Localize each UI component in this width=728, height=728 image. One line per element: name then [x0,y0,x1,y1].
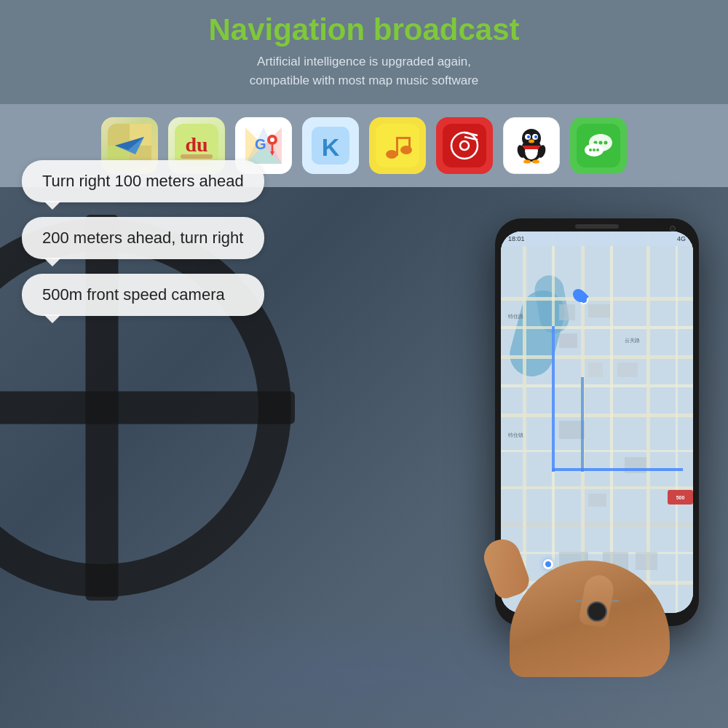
app-music-icon[interactable] [369,117,426,174]
svg-point-53 [589,149,592,151]
app-kuwo-icon[interactable]: K [302,117,359,174]
svg-point-36 [522,129,541,148]
phone-signal: 4G [677,235,686,242]
svg-point-39 [527,135,530,138]
phone-screen: 18:01 4G [501,232,693,613]
svg-point-50 [599,141,603,145]
phone-time: 18:01 [508,235,525,242]
nav-bubble-1: Turn right 100 meters ahead [22,160,264,202]
svg-text:G: G [255,136,266,152]
svg-point-40 [534,135,537,138]
svg-point-46 [532,160,539,164]
svg-text:K: K [322,133,340,161]
svg-rect-26 [396,137,408,139]
page-subtitle: Artificial intelligence is upgraded agai… [15,52,713,90]
nav-bubble-2: 200 meters ahead, turn right [22,217,264,259]
phone-map: 500m 500 特住路 云关路 特住镇 [501,232,693,613]
subtitle-line2: compatible with most map music software [250,74,479,87]
page-title: Navigation broadcast [15,13,713,47]
svg-text:du: du [185,133,207,156]
svg-point-55 [596,149,599,151]
svg-rect-28 [443,124,486,167]
svg-point-51 [604,141,608,145]
svg-point-16 [270,138,274,142]
subtitle-line1: Artificial intelligence is upgraded agai… [257,55,471,68]
nav-bubble-1-text: Turn right 100 meters ahead [42,172,244,190]
svg-point-54 [593,149,596,151]
header-section: Navigation broadcast Artificial intellig… [0,0,728,104]
app-wechat-icon[interactable] [570,117,627,174]
nav-bubble-3: 500m front speed camera [22,274,264,316]
svg-point-45 [523,160,531,164]
phone-mockup: 18:01 4G [480,204,728,670]
nav-bubble-2-text: 200 meters ahead, turn right [42,229,243,247]
svg-rect-27 [408,137,411,151]
svg-rect-42 [521,146,542,149]
page-container: Navigation broadcast Artificial intellig… [0,0,728,728]
app-qq-icon[interactable] [503,117,560,174]
svg-rect-8 [181,154,213,159]
nav-bubbles-container: Turn right 100 meters ahead 200 meters a… [22,160,264,316]
phone-status-bar: 18:01 4G [501,232,693,246]
svg-point-41 [529,140,534,143]
app-netease-icon[interactable] [436,117,493,174]
svg-rect-25 [396,137,398,156]
svg-point-23 [386,150,397,159]
nav-bubble-3-text: 500m front speed camera [42,285,225,304]
